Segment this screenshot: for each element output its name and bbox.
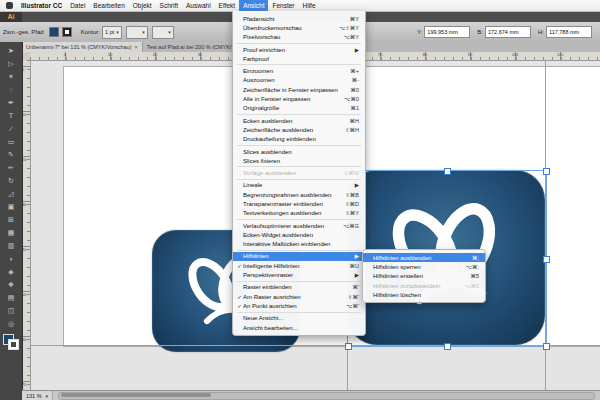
menu-item-pfadansicht[interactable]: Pfadansicht⌘Y — [233, 14, 365, 23]
menu-item-raster-einblenden[interactable]: Raster einblenden⌘' — [233, 283, 365, 292]
menu-item-hilfslinien[interactable]: Hilfslinien▶ — [233, 252, 365, 261]
menu-shortcut: ⌘Y — [350, 16, 359, 22]
scale-tool[interactable]: ◿ — [2, 187, 20, 200]
selection-tool[interactable]: ➤ — [2, 44, 20, 57]
menu-item-perspektivenraster[interactable]: Perspektivenraster▶ — [233, 270, 365, 279]
menu-item-interaktive-mallücken-einblenden[interactable]: Interaktive Mallücken einblenden — [233, 240, 365, 249]
selection-handle[interactable] — [444, 168, 451, 175]
menu-item-einzoomen[interactable]: Einzoomen⌘+ — [233, 66, 365, 75]
zoom-level[interactable]: 131 % ▾ — [22, 391, 53, 400]
menubar-item-objekt[interactable]: Objekt — [129, 0, 156, 11]
menubar-item-ansicht[interactable]: Ansicht — [239, 0, 268, 11]
rectangle-tool[interactable]: ▭ — [2, 135, 20, 148]
menu-item-hilfslinien-zurückwandeln[interactable]: Hilfslinien zurückwandeln⌥⌘5 — [363, 281, 485, 290]
blend-tool[interactable]: ◈ — [2, 265, 20, 278]
ruler-tick — [471, 57, 472, 60]
menubar-item-auswahl[interactable]: Auswahl — [182, 0, 215, 11]
apple-menu-icon[interactable] — [6, 2, 13, 9]
fill-color-swatch[interactable] — [49, 27, 59, 37]
menu-item-druckaufteilung-einblenden[interactable]: Druckaufteilung einblenden — [233, 135, 365, 144]
selection-handle[interactable] — [543, 256, 550, 263]
menu-item-textverkettungen-ausblenden[interactable]: Textverkettungen ausblenden⇧⌘Y — [233, 209, 365, 218]
stroke-weight-dropdown[interactable]: 1 pt ▾ — [102, 26, 122, 39]
line-segment-tool[interactable]: ∕ — [2, 122, 20, 135]
menu-item-begrenzungsrahmen-ausblenden[interactable]: Begrenzungsrahmen ausblenden⇧⌘B — [233, 190, 365, 199]
scrollbar-thumb[interactable] — [61, 393, 211, 397]
menu-shortcut: ⌘- — [352, 77, 359, 83]
menu-item-überdruckenvorschau[interactable]: Überdruckenvorschau⌥⇧⌘Y — [233, 23, 365, 32]
graph-tool[interactable]: ▤ — [2, 291, 20, 304]
selection-handle[interactable] — [543, 168, 550, 175]
mesh-tool[interactable]: ▦ — [2, 226, 20, 239]
document-tab[interactable]: Unbenannt-7* bei 131 % (CMYK/Vorschau)× — [22, 42, 143, 52]
field-input[interactable]: 199,953 mm — [424, 26, 470, 38]
stroke-color-swatch[interactable] — [62, 27, 72, 37]
symbol-sprayer-tool[interactable]: ❖ — [2, 278, 20, 291]
perspective-grid-tool[interactable]: ⊞ — [2, 213, 20, 226]
menu-item-hilfslinien-sperren[interactable]: Hilfslinien sperren⌥⌘; — [363, 262, 485, 271]
selection-handle[interactable] — [345, 343, 352, 350]
magic-wand-tool[interactable]: ✶ — [2, 70, 20, 83]
ruler-tick — [27, 258, 30, 259]
ruler-tick — [27, 357, 30, 358]
selection-handle[interactable] — [543, 343, 550, 350]
menu-item-pixelvorschau[interactable]: Pixelvorschau⌥⌘Y — [233, 33, 365, 42]
field-input[interactable]: 117,788 mm — [546, 26, 592, 38]
menu-item-slices-ausblenden[interactable]: Slices ausblenden — [233, 147, 365, 156]
pencil-tool[interactable]: ✏ — [2, 161, 20, 174]
menu-item-am-raster-ausrichten[interactable]: ✓Am Raster ausrichten⇧⌘' — [233, 292, 365, 301]
menu-item-originalgröße[interactable]: Originalgröße⌘1 — [233, 104, 365, 113]
gradient-tool[interactable]: ▥ — [2, 239, 20, 252]
menu-item-ecken-widget-ausblenden[interactable]: Ecken-Widget ausblenden — [233, 230, 365, 239]
stroke-swatch[interactable] — [8, 339, 19, 350]
menubar-item-fenster[interactable]: Fenster — [268, 0, 298, 11]
menu-item-lineale[interactable]: Lineale▶ — [233, 181, 365, 190]
menu-item-ansicht-bearbeiten[interactable]: Ansicht bearbeiten... — [233, 323, 365, 332]
menu-item-hilfslinien-löschen[interactable]: Hilfslinien löschen — [363, 290, 485, 299]
menu-item-an-punkt-ausrichten[interactable]: ✓An Punkt ausrichten⌥⌘' — [233, 301, 365, 310]
direct-selection-tool[interactable]: ▷ — [2, 57, 20, 70]
menu-item-zeichenfläche-ausblenden[interactable]: Zeichenfläche ausblenden⇧⌘H — [233, 125, 365, 134]
menubar-item-hilfe[interactable]: Hilfe — [299, 0, 320, 11]
ruler-label: 90 — [462, 52, 478, 57]
menu-item-label: Neue Ansicht... — [243, 315, 355, 321]
menu-item-vorlage-ausblenden[interactable]: Vorlage ausblenden⇧⌘W — [233, 168, 365, 177]
menu-item-slices-fixieren[interactable]: Slices fixieren — [233, 156, 365, 165]
lasso-tool[interactable]: ◌ — [2, 83, 20, 96]
menu-item-verlaufsoptimierer-ausblenden[interactable]: Verlaufsoptimierer ausblenden⌥⌘G — [233, 221, 365, 230]
horizontal-scrollbar[interactable] — [58, 392, 595, 400]
menu-item-ecken-ausblenden[interactable]: Ecken ausblenden⌘H — [233, 116, 365, 125]
ruler-tick — [147, 57, 148, 60]
free-transform-tool[interactable]: ▣ — [2, 200, 20, 213]
brush-definition-dropdown[interactable]: ▾ — [126, 26, 148, 39]
menu-item-label: Hilfslinien erstellen — [373, 273, 466, 279]
menu-item-neue-ansicht[interactable]: Neue Ansicht... — [233, 314, 365, 323]
menu-item-proof-einrichten[interactable]: Proof einrichten▶ — [233, 45, 365, 54]
field-input[interactable]: 172,674 mm — [485, 26, 531, 38]
menubar-item-schrift[interactable]: Schrift — [156, 0, 182, 11]
rotate-tool[interactable]: ↻ — [2, 174, 20, 187]
menubar-item-illustrator-cc[interactable]: Illustrator CC — [17, 0, 66, 11]
menu-item-hilfslinien-ausblenden[interactable]: Hilfslinien ausblenden⌘; — [363, 253, 485, 262]
selection-handle[interactable] — [444, 343, 451, 350]
menu-item-zeichenfläche-in-fenster-einpassen[interactable]: Zeichenfläche in Fenster einpassen⌘0 — [233, 85, 365, 94]
menubar-item-effekt[interactable]: Effekt — [215, 0, 240, 11]
artboard-tool[interactable]: ◫ — [2, 304, 20, 317]
fill-stroke-swatches[interactable] — [3, 334, 19, 350]
menubar-item-datei[interactable]: Datei — [66, 0, 89, 11]
menu-item-intelligente-hilfslinien[interactable]: ✓Intelligente Hilfslinien⌘U — [233, 261, 365, 270]
graphic-style-dropdown[interactable]: ▾ — [152, 26, 174, 39]
menubar-item-bearbeiten[interactable]: Bearbeiten — [89, 0, 128, 11]
type-tool[interactable]: T — [2, 109, 20, 122]
tab-close-icon[interactable]: × — [134, 44, 137, 50]
menu-item-hilfslinien-erstellen[interactable]: Hilfslinien erstellen⌘5 — [363, 272, 485, 281]
eyedropper-tool[interactable]: ◗ — [2, 252, 20, 265]
menu-item-auszoomen[interactable]: Auszoomen⌘- — [233, 76, 365, 85]
menu-item-farbproof[interactable]: Farbproof — [233, 54, 365, 63]
vertical-ruler[interactable]: 010203040506070 — [22, 60, 31, 390]
pen-tool[interactable]: ✒ — [2, 96, 20, 109]
menu-item-alle-in-fenster-einpassen[interactable]: Alle in Fenster einpassen⌥⌘0 — [233, 94, 365, 103]
zoom-tool[interactable]: ◎ — [2, 317, 20, 330]
paintbrush-tool[interactable]: ✎ — [2, 148, 20, 161]
menu-item-transparenzraster-einblenden[interactable]: Transparenzraster einblenden⇧⌘D — [233, 199, 365, 208]
